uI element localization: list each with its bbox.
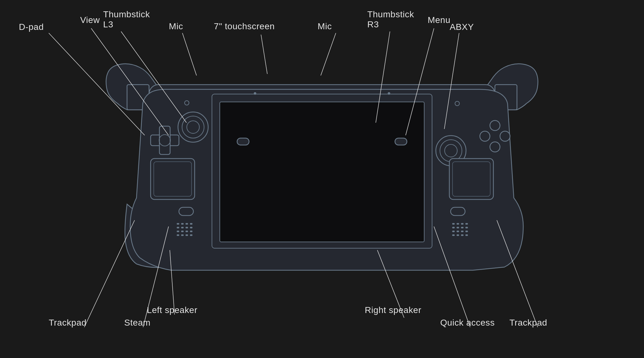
label-mic-right: Mic <box>318 21 332 31</box>
svg-rect-46 <box>461 223 464 225</box>
label-thumbstick-r3: Thumbstick R3 <box>367 9 414 30</box>
svg-rect-28 <box>177 223 179 225</box>
svg-rect-57 <box>457 234 459 236</box>
svg-rect-50 <box>461 227 464 228</box>
label-left-speaker: Left speaker <box>147 305 197 315</box>
svg-point-61 <box>388 92 390 95</box>
label-mic-left: Mic <box>169 21 183 31</box>
svg-rect-58 <box>461 234 464 236</box>
svg-rect-33 <box>181 227 184 228</box>
svg-point-16 <box>490 120 500 131</box>
svg-rect-34 <box>186 227 188 228</box>
svg-rect-59 <box>465 234 468 236</box>
svg-rect-30 <box>186 223 188 225</box>
svg-rect-26 <box>449 159 493 199</box>
svg-rect-44 <box>452 223 455 225</box>
svg-rect-40 <box>177 234 179 236</box>
svg-rect-43 <box>190 234 192 236</box>
svg-point-17 <box>490 142 500 152</box>
svg-rect-47 <box>465 223 468 225</box>
svg-rect-37 <box>181 231 184 232</box>
svg-rect-52 <box>452 231 455 232</box>
svg-rect-24 <box>151 159 195 199</box>
label-dpad: D-pad <box>19 22 44 32</box>
svg-rect-51 <box>465 227 468 228</box>
label-right-speaker: Right speaker <box>365 305 421 315</box>
svg-point-8 <box>178 112 208 142</box>
svg-rect-21 <box>395 138 407 145</box>
label-menu: Menu <box>428 15 450 25</box>
svg-rect-4 <box>220 102 424 242</box>
svg-rect-53 <box>457 231 459 232</box>
svg-rect-39 <box>190 231 192 232</box>
svg-rect-32 <box>177 227 179 228</box>
svg-rect-31 <box>190 223 192 225</box>
svg-rect-48 <box>452 227 455 228</box>
label-quick-access: Quick access <box>440 318 495 328</box>
svg-rect-23 <box>451 207 465 215</box>
label-thumbstick-l3: Thumbstick L3 <box>103 9 150 30</box>
svg-point-19 <box>500 131 510 141</box>
svg-rect-55 <box>465 231 468 232</box>
svg-rect-54 <box>461 231 464 232</box>
label-abxy: ABXY <box>450 22 474 32</box>
label-touchscreen: 7" touchscreen <box>214 21 275 31</box>
svg-point-18 <box>480 131 490 141</box>
svg-rect-56 <box>452 234 455 236</box>
svg-rect-29 <box>181 223 184 225</box>
svg-rect-38 <box>186 231 188 232</box>
label-steam: Steam <box>124 318 151 328</box>
label-view: View <box>80 15 100 25</box>
svg-rect-35 <box>190 227 192 228</box>
svg-rect-36 <box>177 231 179 232</box>
svg-rect-41 <box>181 234 184 236</box>
svg-point-60 <box>254 92 256 95</box>
svg-rect-20 <box>237 138 249 145</box>
svg-rect-49 <box>457 227 459 228</box>
svg-rect-42 <box>186 234 188 236</box>
label-trackpad-left: Trackpad <box>49 318 86 328</box>
diagram-container: .device-body { fill: #252830; stroke: #6… <box>0 0 644 358</box>
label-trackpad-right: Trackpad <box>509 318 547 328</box>
device-diagram: .device-body { fill: #252830; stroke: #6… <box>102 53 542 305</box>
svg-rect-22 <box>179 207 193 215</box>
svg-rect-45 <box>457 223 459 225</box>
svg-rect-6 <box>159 126 170 154</box>
